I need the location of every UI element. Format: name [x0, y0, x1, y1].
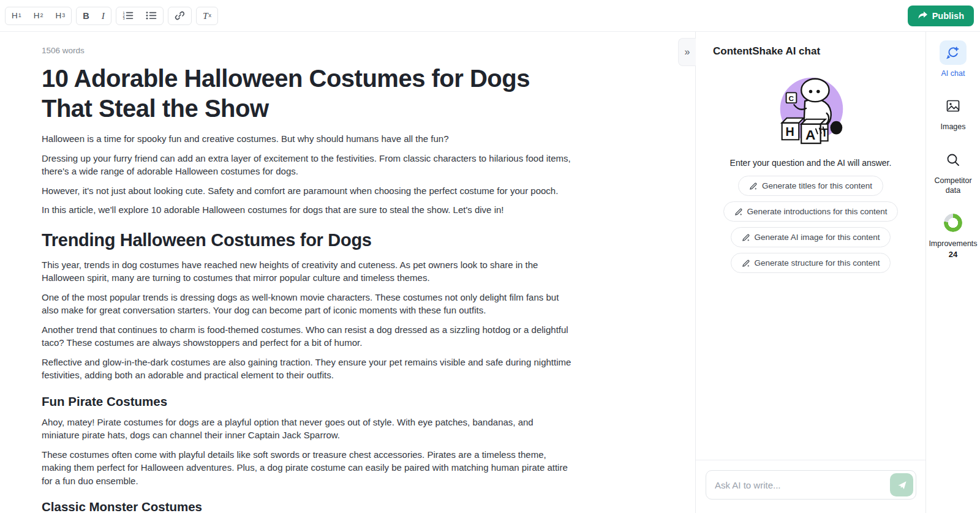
generate-structure-button[interactable]: Generate structure for this content — [731, 253, 891, 273]
publish-share-icon — [918, 11, 928, 20]
chevron-right-double-icon: » — [685, 47, 690, 58]
editor-toolbar: H1 H2 H3 B I 123 Tx Publish — [0, 0, 980, 32]
heading-3-button[interactable]: H3 — [50, 7, 72, 24]
heading-3-sub: 3 — [62, 13, 65, 18]
article-paragraph[interactable]: Dressing up your furry friend can add an… — [42, 152, 573, 178]
heading-1-label: H — [12, 11, 18, 20]
heading-2-sub: 2 — [40, 13, 43, 18]
article-heading[interactable]: Fun Pirate Costumes — [42, 394, 573, 409]
ordered-list-button[interactable]: 123 — [116, 7, 140, 24]
send-plane-icon — [897, 480, 907, 490]
heading-1-button[interactable]: H1 — [6, 7, 28, 24]
bold-button[interactable]: B — [77, 7, 95, 24]
rail-item-improvements[interactable]: Improvements 24 — [926, 211, 980, 259]
link-icon — [175, 10, 185, 21]
robot-block-letter-c: C — [788, 94, 794, 103]
article-title[interactable]: 10 Adorable Halloween Costumes for Dogs … — [42, 64, 573, 124]
article-paragraph[interactable]: In this article, we'll explore 10 adorab… — [42, 203, 573, 217]
robot-illustration-wrap: C H A T — [696, 66, 925, 151]
bullet-list-icon — [146, 11, 157, 20]
send-button[interactable] — [890, 473, 913, 496]
ask-ai-input[interactable] — [706, 470, 916, 500]
ai-chat-chip — [940, 40, 967, 65]
text-style-group: B I — [76, 7, 111, 25]
ai-chat-panel: » ContentShake AI chat C — [695, 32, 926, 513]
article-heading[interactable]: Classic Monster Costumes — [42, 500, 573, 513]
document-editor[interactable]: 1506 words 10 Adorable Halloween Costume… — [0, 32, 695, 513]
heading-3-label: H — [56, 11, 62, 20]
ordered-list-icon: 123 — [123, 11, 134, 20]
article-heading[interactable]: Trending Halloween Costumes for Dogs — [42, 230, 573, 250]
robot-block-letter-t: T — [821, 127, 827, 139]
pen-sparkle-icon — [742, 233, 750, 242]
rail-item-images[interactable]: Images — [926, 94, 980, 132]
article-paragraph[interactable]: Another trend that continues to charm is… — [42, 323, 573, 350]
rail-item-ai-chat[interactable]: AI chat — [926, 40, 980, 78]
rail-label-improvements: Improvements — [927, 239, 978, 249]
article-paragraph[interactable]: One of the most popular trends is dressi… — [42, 291, 573, 317]
heading-2-button[interactable]: H2 — [28, 7, 50, 24]
publish-button[interactable]: Publish — [908, 6, 974, 26]
article-paragraph[interactable]: Ahoy, matey! Pirate costumes for dogs ar… — [42, 416, 573, 442]
chat-panel-title: ContentShake AI chat — [696, 32, 925, 58]
rail-item-competitor-data[interactable]: Competitor data — [926, 148, 980, 196]
chat-plus-icon — [946, 46, 960, 59]
panel-spacer — [696, 273, 925, 460]
generate-titles-label: Generate titles for this content — [762, 181, 872, 190]
chat-caption: Enter your question and the AI will answ… — [696, 158, 925, 168]
robot-block-letter-h: H — [785, 125, 794, 138]
images-icon-wrap — [940, 94, 966, 118]
svg-text:3: 3 — [123, 17, 124, 20]
clear-formatting-sub: x — [209, 13, 212, 18]
improvements-donut-icon — [944, 214, 962, 232]
article-paragraph[interactable]: These costumes often come with playful d… — [42, 448, 573, 488]
improvements-count-badge: 24 — [949, 250, 957, 259]
rail-label-ai-chat: AI chat — [940, 69, 967, 78]
chat-input-area — [696, 460, 925, 513]
clear-formatting-button[interactable]: Tx — [197, 7, 217, 24]
italic-button[interactable]: I — [96, 7, 111, 24]
list-button-group: 123 — [116, 7, 164, 25]
article-paragraph[interactable]: Reflective and glow-in-the-dark costumes… — [42, 356, 573, 382]
clear-format-group: Tx — [196, 7, 218, 25]
generate-titles-button[interactable]: Generate titles for this content — [738, 176, 883, 196]
pen-sparkle-icon — [734, 208, 743, 216]
clear-formatting-label: T — [203, 10, 208, 21]
robot-illustration: C H A T — [769, 66, 853, 151]
heading-1-sub: 1 — [18, 13, 21, 18]
robot-block-letter-a: A — [805, 127, 815, 143]
images-icon — [946, 99, 960, 113]
generate-structure-label: Generate structure for this content — [755, 258, 880, 268]
publish-label: Publish — [932, 11, 964, 21]
generate-introductions-button[interactable]: Generate introductions for this content — [723, 201, 899, 222]
generate-introductions-label: Generate introductions for this content — [747, 207, 888, 216]
article-paragraph[interactable]: However, it's not just about looking cut… — [42, 184, 573, 198]
generate-ai-image-button[interactable]: Generate AI image for this content — [731, 227, 891, 247]
competitor-data-icon-wrap — [940, 148, 966, 172]
bullet-list-button[interactable] — [140, 7, 163, 24]
pen-sparkle-icon — [749, 182, 758, 190]
word-count: 1506 words — [42, 46, 573, 55]
rail-label-competitor-data: Competitor data — [926, 176, 980, 196]
article-paragraph[interactable]: Halloween is a time for spooky fun and c… — [42, 132, 573, 146]
collapse-panel-button[interactable]: » — [678, 38, 696, 66]
suggestion-list: Generate titles for this content Generat… — [696, 176, 925, 273]
generate-ai-image-label: Generate AI image for this content — [755, 233, 880, 242]
insert-link-button[interactable] — [168, 7, 191, 24]
rail-label-images: Images — [940, 122, 967, 132]
heading-2-label: H — [34, 11, 40, 20]
improvements-icon-wrap — [940, 211, 966, 235]
link-button-group — [168, 7, 192, 25]
heading-button-group: H1 H2 H3 — [5, 7, 72, 25]
pen-sparkle-icon — [742, 259, 750, 268]
article-paragraph[interactable]: This year, trends in dog costumes have r… — [42, 258, 573, 285]
right-rail: AI chat Images Competitor data Improveme… — [926, 32, 980, 513]
article-body[interactable]: Halloween is a time for spooky fun and c… — [42, 132, 573, 513]
search-icon — [946, 152, 960, 167]
